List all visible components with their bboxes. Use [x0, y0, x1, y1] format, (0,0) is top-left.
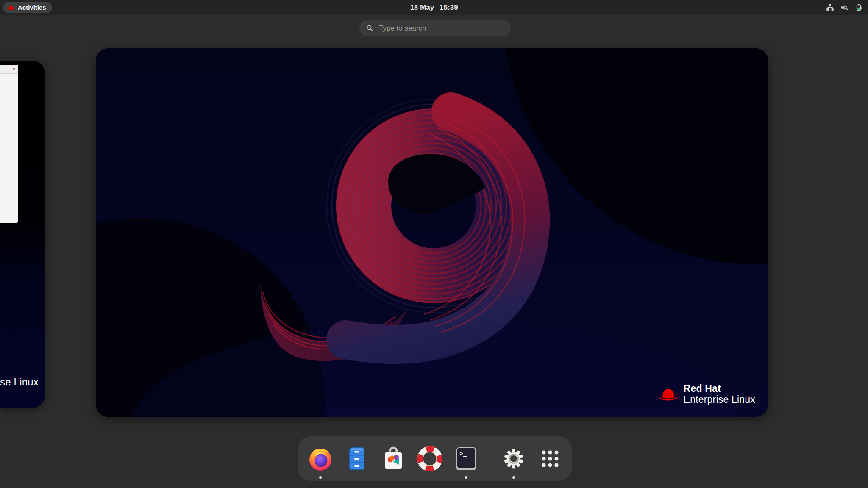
help-lifebuoy-icon — [416, 445, 443, 472]
window-preview[interactable]: × — [0, 65, 18, 223]
files-cabinet-icon — [343, 445, 370, 472]
clock-button[interactable]: 18 May 15:39 — [410, 0, 458, 15]
settings-gear-icon — [500, 445, 527, 472]
svg-text:>_: >_ — [459, 450, 467, 457]
dock-item-settings[interactable] — [500, 445, 527, 472]
battery-charging-icon — [855, 4, 863, 11]
wallpaper-logo-text-fragment: se Linux — [0, 376, 39, 388]
activities-label: Activities — [18, 4, 46, 11]
running-indicator — [465, 476, 467, 479]
gnome-activities-overview: Activities 18 May 15:39 — [0, 0, 868, 488]
network-wired-icon — [826, 4, 834, 11]
search-bar[interactable] — [359, 20, 511, 36]
software-bag-icon — [380, 445, 407, 472]
clock-date: 18 May — [410, 3, 434, 12]
running-indicator — [319, 476, 322, 479]
firefox-icon — [307, 445, 334, 472]
dock-item-terminal[interactable]: >_ — [453, 445, 480, 472]
rhel-brand-logo: Red Hat Enterprise Linux — [658, 383, 755, 405]
dash-dock: >_ — [298, 436, 572, 481]
search-input[interactable] — [378, 24, 504, 33]
terminal-icon: >_ — [453, 445, 480, 472]
workspace-preview-left[interactable]: × se Linux — [0, 61, 45, 408]
dock-item-firefox[interactable] — [307, 445, 334, 472]
activities-button[interactable]: Activities — [3, 2, 52, 13]
quick-settings-area[interactable] — [826, 0, 863, 15]
workspace-preview-main[interactable]: Red Hat Enterprise Linux — [96, 48, 768, 417]
top-bar: Activities 18 May 15:39 — [0, 0, 868, 15]
red-hat-fedora-icon — [8, 5, 15, 10]
search-icon — [366, 25, 373, 32]
volume-muted-icon — [840, 4, 849, 11]
red-hat-logo-icon — [658, 387, 679, 402]
dock-item-software[interactable] — [380, 445, 407, 472]
dock-item-help[interactable] — [416, 445, 443, 472]
app-grid-icon — [537, 445, 564, 472]
show-applications-button[interactable] — [537, 445, 564, 472]
running-indicator — [512, 476, 515, 479]
brand-line2: Enterprise Linux — [684, 394, 755, 405]
dock-item-files[interactable] — [343, 445, 370, 472]
window-titlebar: × — [0, 65, 18, 74]
window-close-icon[interactable]: × — [12, 66, 16, 72]
dock-separator — [490, 448, 490, 469]
brand-line1: Red Hat — [684, 383, 755, 394]
rhel9-wallpaper — [96, 48, 768, 417]
clock-time: 15:39 — [440, 3, 458, 12]
